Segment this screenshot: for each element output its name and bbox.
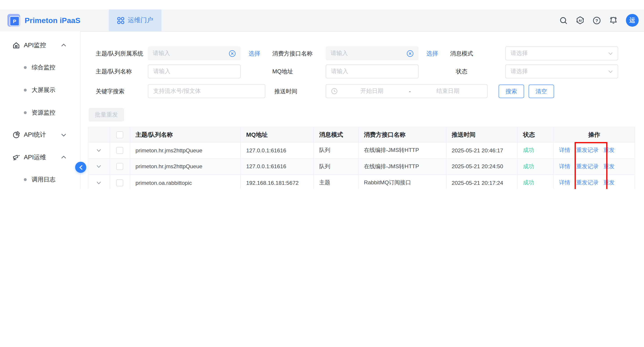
placeholder-text: 支持流水号/报文体 (153, 87, 201, 95)
brand: P Primeton iPaaS (8, 14, 80, 27)
expand-chevron-icon (97, 165, 101, 168)
header-checkbox-cell (110, 127, 130, 142)
primeton-logo-icon: P (8, 14, 20, 27)
app-grid-icon (117, 16, 124, 24)
cell-actions: 详情 重发记录 重发 (554, 142, 634, 159)
expand-chevron-icon (97, 149, 101, 152)
cell-message-mode: 主题 (314, 175, 358, 189)
cell-status: 成功 (518, 142, 554, 159)
sidebar-item-resource-monitor[interactable]: 资源监控 (0, 101, 80, 124)
sidebar-item-label: API监控 (24, 41, 46, 49)
sidebar-item-api-ops[interactable]: API运维 (0, 146, 80, 168)
sidebar-item-api-monitor[interactable]: API监控 (0, 34, 80, 56)
clock-icon (331, 88, 338, 94)
resend-link[interactable]: 重发 (604, 163, 615, 170)
cell-status: 成功 (518, 159, 554, 175)
sidebar-subitem-label: 大屏展示 (32, 86, 55, 94)
sidebar-item-label: API运维 (24, 153, 46, 161)
pie-chart-icon (12, 131, 20, 139)
table-header: 主题/队列名称 MQ地址 消息模式 消费方接口名称 推送时间 状态 操作 (88, 127, 634, 142)
clear-button[interactable]: 清空 (528, 85, 554, 98)
cell-push-time: 2025-05-21 20:46:17 (446, 142, 518, 159)
chevron-down-icon (61, 133, 66, 137)
detail-link[interactable]: 详情 (559, 179, 570, 187)
filter-consumer-input[interactable]: 请输入 (326, 46, 418, 60)
start-date-placeholder[interactable]: 开始日期 (338, 87, 406, 95)
header-push-time: 推送时间 (446, 127, 518, 142)
batch-resend-button[interactable]: 批量重发 (89, 108, 124, 122)
tab-ops-portal[interactable]: 运维门户 (109, 9, 162, 31)
topbar-actions: AI ? 运 (560, 9, 639, 31)
filter-mode-select[interactable]: 请选择 (505, 46, 618, 60)
chevron-up-icon (61, 44, 66, 47)
cell-push-time: 2025-05-21 20:17:24 (446, 175, 518, 189)
page: P Primeton iPaaS 运维门户 AI ? (0, 0, 644, 189)
filter-mq-label: MQ地址 (272, 64, 293, 78)
resend-link[interactable]: 重发 (604, 179, 615, 187)
detail-link[interactable]: 详情 (559, 147, 570, 154)
row-expand-cell[interactable] (88, 159, 110, 175)
system-select-link[interactable]: 选择 (248, 46, 260, 60)
svg-text:?: ? (596, 18, 598, 23)
filter-keyword-label: 关键字搜索 (96, 84, 124, 98)
cell-mq-address: 127.0.0.1:61616 (241, 142, 314, 159)
logo-letter: P (10, 16, 20, 26)
filter-status-select[interactable]: 请选择 (505, 64, 618, 78)
filter-keyword-input[interactable]: 支持流水号/报文体 (148, 84, 266, 98)
search-button[interactable]: 搜索 (498, 85, 524, 98)
filter-consumer-label: 消费方接口名称 (272, 46, 312, 60)
ai-assistant-icon[interactable]: AI (576, 16, 584, 25)
topbar: P Primeton iPaaS 运维门户 AI ? (0, 9, 644, 31)
user-avatar[interactable]: 运 (626, 14, 639, 27)
table-row: primeton.hr.jms2httpQueue 127.0.0.1:6161… (88, 142, 634, 159)
row-expand-cell[interactable] (88, 142, 110, 159)
date-separator: - (406, 88, 414, 94)
row-checkbox[interactable] (116, 147, 123, 154)
clear-icon[interactable] (406, 50, 414, 57)
filter-system-input[interactable]: 请输入 (148, 46, 241, 60)
sidebar-item-api-statistics[interactable]: API统计 (0, 124, 80, 146)
help-icon[interactable]: ? (593, 16, 601, 24)
row-checkbox-cell (110, 175, 130, 189)
header-consumer-name: 消费方接口名称 (358, 127, 446, 142)
search-icon[interactable] (560, 16, 568, 24)
table-row: primeton.hr.jms2httpQueue 127.0.0.1:6161… (88, 159, 634, 175)
placeholder-text: 请选择 (510, 68, 528, 75)
cell-actions: 详情 重发记录 重发 (554, 159, 634, 175)
clear-icon[interactable] (229, 50, 236, 57)
resend-record-link[interactable]: 重发记录 (576, 179, 598, 187)
detail-link[interactable]: 详情 (559, 163, 570, 170)
subscribe-log-table: 主题/队列名称 MQ地址 消息模式 消费方接口名称 推送时间 状态 操作 pri… (88, 127, 635, 189)
row-checkbox[interactable] (116, 179, 123, 186)
cell-mq-address: 192.168.16.181:5672 (241, 175, 314, 189)
filter-mq-input[interactable]: 请输入 (326, 64, 418, 78)
notification-bell-icon[interactable] (609, 16, 618, 25)
header-status: 状态 (518, 127, 554, 142)
consumer-select-link[interactable]: 选择 (426, 46, 438, 60)
tab-ops-portal-label: 运维门户 (128, 16, 153, 25)
end-date-placeholder[interactable]: 结束日期 (414, 87, 482, 95)
cell-message-mode: 队列 (314, 159, 358, 175)
sidebar-item-big-screen[interactable]: 大屏展示 (0, 79, 80, 101)
placeholder-text: 请选择 (510, 50, 528, 57)
row-expand-cell[interactable] (88, 175, 110, 189)
select-all-checkbox[interactable] (116, 131, 123, 138)
chevron-left-icon (79, 165, 82, 170)
cell-consumer-name: RabbitMQ订阅接口 (358, 175, 446, 189)
row-checkbox[interactable] (116, 163, 123, 170)
resend-link[interactable]: 重发 (604, 147, 615, 154)
row-checkbox-cell (110, 159, 130, 175)
filter-status-label: 状态 (456, 64, 468, 78)
cell-actions: 详情 重发记录 重发 (554, 175, 634, 189)
sidebar-subitem-label: 调用日志 (32, 176, 55, 184)
header-message-mode: 消息模式 (314, 127, 358, 142)
chevron-down-icon (608, 52, 613, 55)
filter-name-input[interactable]: 请输入 (148, 64, 241, 78)
resend-record-link[interactable]: 重发记录 (576, 147, 598, 154)
resend-record-link[interactable]: 重发记录 (576, 163, 598, 170)
cell-status: 成功 (518, 175, 554, 189)
sidebar-collapse-button[interactable] (75, 162, 86, 173)
sidebar-item-comprehensive-monitor[interactable]: 综合监控 (0, 56, 80, 79)
sidebar-item-call-log[interactable]: 调用日志 (0, 168, 80, 189)
filter-time-range-picker[interactable]: 开始日期 - 结束日期 (326, 84, 488, 98)
